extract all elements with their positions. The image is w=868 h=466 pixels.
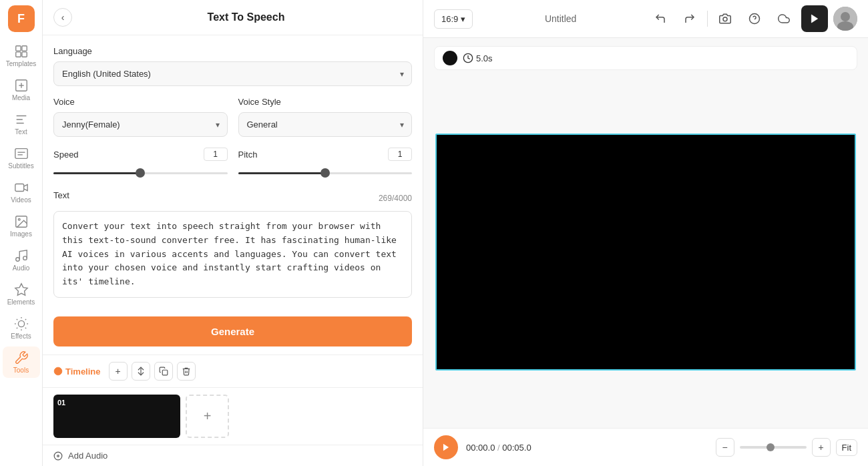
sidebar-item-effects-label: Effects [11,332,31,340]
voice-row: Voice Jenny(Female) ▾ Voice Style Genera… [53,97,412,137]
camera-button[interactable] [713,7,737,31]
sidebar-item-text[interactable]: Text [3,108,40,140]
pitch-slider-thumb[interactable] [320,168,330,178]
divider [707,11,708,27]
time-display: 5.0s [463,53,493,63]
undo-button[interactable] [648,7,672,31]
pitch-slider-track [238,172,413,174]
svg-point-16 [18,320,24,326]
voice-style-group: Voice Style General ▾ [238,97,413,137]
panel-content: Language English (United States) ▾ Voice… [43,35,423,355]
speed-value: 1 [204,148,228,161]
sidebar-item-elements[interactable]: Elements [3,278,40,310]
svg-rect-3 [21,52,26,57]
project-title: Untitled [478,13,643,24]
canvas-area [434,75,857,428]
icon-sidebar: F Templates Media Text Subtitles Videos … [0,0,43,466]
speed-slider-thumb[interactable] [136,168,145,178]
zoom-out-button[interactable]: − [716,438,734,457]
app-logo[interactable]: F [8,5,35,32]
timeline-delete-button[interactable] [177,362,196,381]
sidebar-item-elements-label: Elements [7,298,35,306]
generate-button[interactable]: Generate [53,316,412,346]
sidebar-item-images[interactable]: Images [3,210,40,242]
undo-icon [654,13,666,25]
svg-point-13 [15,258,19,262]
timeline-duplicate-button[interactable] [154,362,173,381]
sidebar-item-subtitles-label: Subtitles [8,162,33,170]
cloud-button[interactable] [772,7,796,31]
play-button[interactable] [434,435,458,459]
back-button[interactable]: ‹ [53,8,72,27]
sidebar-item-media-label: Media [12,94,30,101]
canvas-frame[interactable] [435,134,856,371]
sidebar-item-tools[interactable]: Tools [3,346,40,378]
char-count: 269/4000 [379,194,412,203]
timeline-header: Timeline + [43,355,423,388]
language-select[interactable]: English (United States) [53,61,412,86]
language-label: Language [53,46,412,56]
sidebar-item-templates[interactable]: Templates [3,40,40,71]
svg-rect-0 [15,46,20,51]
user-avatar[interactable] [833,7,857,31]
voice-style-select[interactable]: General [238,112,413,137]
sidebar-item-subtitles[interactable]: Subtitles [3,142,40,174]
svg-marker-15 [15,284,27,295]
svg-marker-39 [443,444,449,451]
pitch-value: 1 [388,148,412,161]
playback-bar: 00:00.0 / 00:05.0 − + Fit [423,428,868,466]
pitch-slider-container[interactable] [238,166,413,180]
voice-select[interactable]: Jenny(Female) [53,112,228,137]
add-audio-button[interactable]: Add Audio [43,445,423,466]
current-time: 00:00.0 [466,443,495,453]
sidebar-item-media[interactable]: Media [3,74,40,105]
timeline-section: Timeline + 01 + Add Aud [43,355,423,466]
svg-point-14 [23,256,27,260]
timeline-clips: 01 + [43,388,423,445]
zoom-slider[interactable] [740,446,807,449]
svg-rect-1 [21,46,26,51]
zoom-thumb[interactable] [767,443,775,451]
svg-point-12 [18,218,20,220]
main-area: 16:9 ▾ Untitled [423,0,868,466]
timeline-actions: + [109,362,196,381]
timeline-icon [53,367,63,376]
sidebar-item-effects[interactable]: Effects [3,312,40,344]
add-audio-icon [53,451,63,461]
speed-slider-track [53,172,228,174]
voice-label: Voice [53,97,228,107]
play-icon [441,443,451,452]
preview-controls: 5.0s [434,46,857,70]
preview-time: 5.0s [476,53,493,63]
text-section: Text 269/4000 [53,190,412,300]
clip-number: 01 [57,399,65,407]
zoom-controls: − + Fit [716,438,857,457]
speed-slider-container[interactable] [53,166,228,180]
sidebar-item-tools-label: Tools [13,367,29,374]
sidebar-item-images-label: Images [10,230,32,238]
help-button[interactable] [742,7,767,31]
fit-button[interactable]: Fit [836,439,857,456]
redo-button[interactable] [678,7,702,31]
top-bar: 16:9 ▾ Untitled [423,0,868,38]
timeline-add-button[interactable]: + [109,362,128,381]
panel-header: ‹ Text To Speech [43,0,423,35]
timeline-label: Timeline [53,367,101,377]
clip-item[interactable]: 01 [53,395,180,438]
sidebar-item-videos[interactable]: Videos [3,176,40,208]
svg-rect-2 [15,52,20,57]
zoom-in-button[interactable]: + [812,438,831,457]
tts-panel: ‹ Text To Speech Language English (Unite… [43,0,423,466]
sidebar-item-audio[interactable]: Audio [3,244,40,276]
pitch-label: Pitch 1 [238,148,413,161]
add-audio-label: Add Audio [68,451,107,461]
svg-line-24 [25,319,25,320]
voice-style-label: Voice Style [238,97,413,107]
add-clip-button[interactable]: + [186,395,229,438]
timeline-split-button[interactable] [132,362,150,381]
text-header: Text 269/4000 [53,190,412,206]
publish-button[interactable] [801,5,828,32]
text-input[interactable] [53,211,412,298]
aspect-ratio-selector[interactable]: 16:9 ▾ [434,9,473,29]
svg-point-36 [841,12,850,21]
